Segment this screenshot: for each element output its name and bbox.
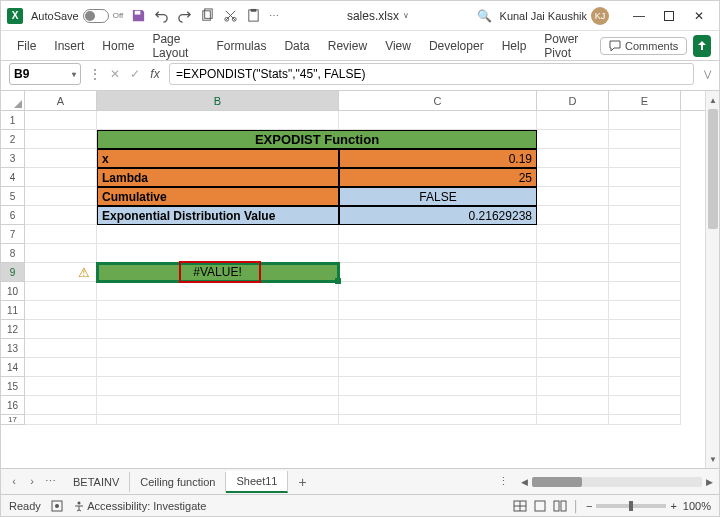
sheet-menu-icon[interactable]: ⋯ (43, 475, 57, 488)
hscroll-thumb[interactable] (532, 477, 582, 487)
row-header[interactable]: 8 (1, 244, 25, 263)
cell[interactable] (97, 339, 339, 358)
tab-help[interactable]: Help (494, 35, 535, 57)
cell[interactable] (609, 244, 681, 263)
cell[interactable] (609, 415, 681, 425)
cell[interactable] (97, 282, 339, 301)
row-header[interactable]: 11 (1, 301, 25, 320)
zoom-out-icon[interactable]: − (586, 500, 592, 512)
enter-formula-button[interactable]: ✓ (127, 67, 143, 81)
cell[interactable] (25, 168, 97, 187)
cell[interactable] (609, 377, 681, 396)
row-header[interactable]: 13 (1, 339, 25, 358)
redo-icon[interactable] (177, 8, 192, 23)
scroll-up-icon[interactable]: ▲ (706, 93, 719, 107)
formula-input[interactable]: =EXPONDIST("Stats","45", FALSE) (169, 63, 694, 85)
fill-handle[interactable] (335, 278, 341, 284)
row-header[interactable]: 6 (1, 206, 25, 225)
tab-page-layout[interactable]: Page Layout (144, 28, 206, 64)
cell[interactable] (339, 358, 537, 377)
tab-review[interactable]: Review (320, 35, 375, 57)
close-button[interactable]: ✕ (685, 5, 713, 27)
maximize-button[interactable] (655, 5, 683, 27)
zoom-level[interactable]: 100% (683, 500, 711, 512)
cell[interactable] (25, 301, 97, 320)
add-sheet-button[interactable]: + (288, 474, 316, 490)
cell[interactable] (97, 377, 339, 396)
cell-value-result[interactable]: 0.21629238 (339, 206, 537, 225)
page-break-view-icon[interactable] (553, 500, 567, 512)
cell[interactable] (609, 130, 681, 149)
share-button[interactable] (693, 35, 711, 57)
normal-view-icon[interactable] (513, 500, 527, 512)
col-header-c[interactable]: C (339, 91, 537, 110)
row-header[interactable]: 10 (1, 282, 25, 301)
tab-insert[interactable]: Insert (46, 35, 92, 57)
fx-button[interactable]: fx (147, 67, 163, 81)
cell[interactable] (537, 377, 609, 396)
row-header[interactable]: 14 (1, 358, 25, 377)
row-header[interactable]: 17 (1, 415, 25, 425)
cell[interactable] (97, 358, 339, 377)
row-header[interactable]: 5 (1, 187, 25, 206)
tab-view[interactable]: View (377, 35, 419, 57)
row-header[interactable]: 16 (1, 396, 25, 415)
scroll-left-icon[interactable]: ◀ (521, 477, 528, 487)
scroll-down-icon[interactable]: ▼ (706, 452, 719, 466)
cell[interactable] (339, 244, 537, 263)
cell[interactable] (25, 282, 97, 301)
zoom-slider[interactable]: − + (586, 500, 677, 512)
cell[interactable] (609, 187, 681, 206)
minimize-button[interactable]: — (625, 5, 653, 27)
cell-label-result[interactable]: Exponential Distribution Value (97, 206, 339, 225)
row-header[interactable]: 2 (1, 130, 25, 149)
cell[interactable] (97, 111, 339, 130)
cell[interactable] (25, 415, 97, 425)
horizontal-scrollbar[interactable]: ◀ ▶ (515, 477, 719, 487)
cell[interactable] (537, 149, 609, 168)
cut-icon[interactable] (223, 8, 238, 23)
file-title[interactable]: sales.xlsx ∨ (287, 9, 468, 23)
cell[interactable] (537, 358, 609, 377)
cell[interactable] (25, 206, 97, 225)
tab-power-pivot[interactable]: Power Pivot (536, 28, 596, 64)
cell[interactable] (609, 396, 681, 415)
tab-home[interactable]: Home (94, 35, 142, 57)
search-icon[interactable]: 🔍 (477, 9, 492, 23)
cell[interactable] (537, 282, 609, 301)
split-icon[interactable]: ⋮ (492, 475, 515, 488)
cell[interactable] (537, 301, 609, 320)
vertical-scrollbar[interactable]: ▲ ▼ (705, 91, 719, 468)
cell[interactable] (25, 225, 97, 244)
select-all-button[interactable] (1, 91, 25, 110)
cell[interactable] (25, 358, 97, 377)
copy-icon[interactable] (200, 8, 215, 23)
sheet-tab-ceiling[interactable]: Ceiling function (130, 472, 226, 492)
cell[interactable] (25, 130, 97, 149)
cell-value-x[interactable]: 0.19 (339, 149, 537, 168)
cell[interactable] (339, 415, 537, 425)
expand-formula-icon[interactable]: ⋁ (700, 69, 711, 79)
cell[interactable] (25, 320, 97, 339)
error-warning-icon[interactable]: ⚠ (76, 264, 92, 280)
selected-cell-b9[interactable]: #VALUE! (97, 263, 339, 282)
comments-button[interactable]: Comments (600, 37, 687, 55)
cell[interactable] (537, 111, 609, 130)
cell[interactable] (609, 149, 681, 168)
cell-value-lambda[interactable]: 25 (339, 168, 537, 187)
row-header[interactable]: 9 (1, 263, 25, 282)
cell[interactable] (25, 396, 97, 415)
save-icon[interactable] (131, 8, 146, 23)
col-header-d[interactable]: D (537, 91, 609, 110)
col-header-e[interactable]: E (609, 91, 681, 110)
cell[interactable] (609, 358, 681, 377)
cell[interactable] (339, 225, 537, 244)
cell[interactable] (537, 396, 609, 415)
cell[interactable] (97, 301, 339, 320)
cell[interactable] (339, 301, 537, 320)
name-box[interactable]: B9 ▾ (9, 63, 81, 85)
cell[interactable] (537, 225, 609, 244)
cell[interactable] (25, 377, 97, 396)
cell-value-cumulative[interactable]: FALSE (339, 187, 537, 206)
user-account[interactable]: Kunal Jai Kaushik KJ (500, 7, 609, 25)
